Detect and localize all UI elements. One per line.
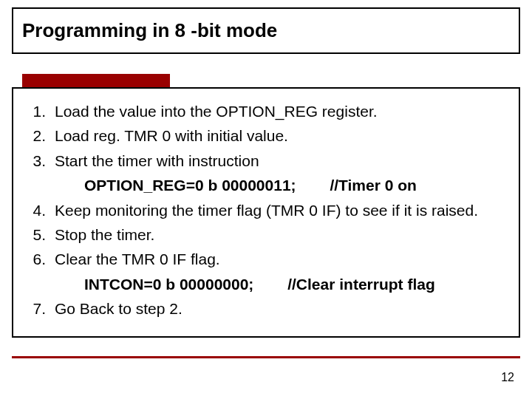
bottom-accent-line — [12, 356, 520, 358]
list-item: 1. Load the value into the OPTION_REG re… — [24, 100, 508, 122]
list-number: 6. — [24, 248, 55, 270]
list-item: 6. Clear the TMR 0 IF flag. — [24, 248, 508, 270]
list-text: Go Back to step 2. — [55, 298, 508, 319]
list-text: Clear the TMR 0 IF flag. — [55, 248, 508, 270]
list-number: 1. — [24, 100, 55, 122]
list-text: Stop the timer. — [55, 224, 508, 245]
list-item: 3. Start the timer with instruction — [24, 150, 508, 171]
list-number: 3. — [24, 150, 55, 171]
code-text: OPTION_REG=0 b 00000011; — [84, 177, 296, 194]
code-comment: //Clear interrupt flag — [287, 276, 435, 293]
page-number: 12 — [501, 371, 514, 384]
code-line: OPTION_REG=0 b 00000011; //Timer 0 on — [55, 174, 508, 196]
list-item: 4. Keep monitoring the timer flag (TMR 0… — [24, 200, 508, 221]
list-number: 7. — [24, 298, 55, 319]
list-number: 4. — [24, 200, 55, 221]
list-text: Keep monitoring the timer flag (TMR 0 IF… — [55, 200, 508, 221]
code-text: INTCON=0 b 00000000; — [84, 276, 253, 293]
list-item: 5. Stop the timer. — [24, 224, 508, 245]
code-comment: //Timer 0 on — [330, 177, 416, 194]
list-number: 5. — [24, 224, 55, 245]
list-text: Load the value into the OPTION_REG regis… — [55, 100, 508, 122]
slide-title: Programming in 8 -bit mode — [22, 19, 510, 42]
steps-list: 1. Load the value into the OPTION_REG re… — [24, 100, 508, 320]
list-number: 2. — [24, 125, 55, 146]
list-text: Start the timer with instruction — [55, 150, 508, 171]
title-box: Programming in 8 -bit mode — [12, 7, 520, 54]
list-item-code: OPTION_REG=0 b 00000011; //Timer 0 on — [24, 174, 508, 196]
list-item: 2. Load reg. TMR 0 with initial value. — [24, 125, 508, 146]
list-item-code: INTCON=0 b 00000000; //Clear interrupt f… — [24, 273, 508, 295]
content-box: 1. Load the value into the OPTION_REG re… — [12, 87, 520, 338]
list-item: 7. Go Back to step 2. — [24, 298, 508, 319]
accent-bar — [22, 74, 170, 87]
code-line: INTCON=0 b 00000000; //Clear interrupt f… — [55, 273, 508, 295]
list-text: Load reg. TMR 0 with initial value. — [55, 125, 508, 146]
